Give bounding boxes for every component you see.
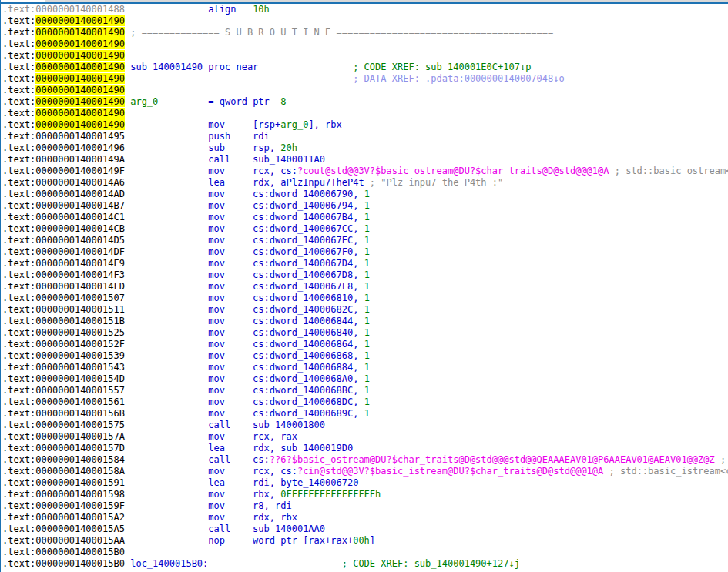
address-text: .text:00000001400014B7 (2, 200, 125, 211)
disasm-line-9[interactable]: .text:0000000140001490 arg_0 = qword ptr… (2, 96, 728, 108)
disasm-line-2[interactable]: .text:0000000140001490 (2, 15, 728, 27)
disasm-line-44[interactable]: .text:000000014000159F mov r8, rdi (2, 500, 728, 512)
code-text: mov cs:dword_1400067CC, (125, 223, 364, 234)
code-text: = qword ptr (158, 96, 270, 107)
address-text: .text:00000001400014FD (2, 281, 125, 292)
code-text: mov cs:dword_140006840, (125, 327, 364, 338)
disasm-line-6[interactable]: .text:0000000140001490 sub_140001490 pro… (2, 62, 728, 73)
address-text: .text:0000000140001543 (2, 362, 125, 373)
disasm-line-27[interactable]: .text:0000000140001511 mov cs:dword_1400… (2, 304, 728, 316)
disasm-line-39[interactable]: .text:000000014000157D lea rdx, sub_1400… (2, 443, 728, 454)
number-or-xref-text: 1 (364, 316, 370, 326)
disasm-line-48[interactable]: .text:00000001400015B0 (2, 547, 728, 558)
disasm-line-4[interactable]: .text:0000000140001490 (2, 38, 728, 50)
disasm-line-19[interactable]: .text:00000001400014C1 mov cs:dword_1400… (2, 212, 728, 223)
disasm-line-21[interactable]: .text:00000001400014D5 mov cs:dword_1400… (2, 235, 728, 246)
code-text: mov cs:dword_1400068BC, (125, 385, 364, 396)
number-or-xref-text: 1 (364, 350, 370, 361)
address-text: .text:00000001400015A2 (2, 512, 125, 523)
disassembly-listing[interactable]: .text:0000000140001488 align 10h.text:00… (1, 4, 728, 572)
disasm-line-41[interactable]: .text:000000014000158A mov rcx, cs:?cin@… (2, 466, 728, 477)
number-or-xref-text: 1 (364, 408, 370, 419)
number-or-xref-text: 1 (364, 269, 370, 280)
number-or-xref-text: 1 (364, 281, 370, 292)
disasm-line-29[interactable]: .text:0000000140001525 mov cs:dword_1400… (2, 327, 728, 339)
dim-or-comment-text: ; std::basic_istream<cha (603, 466, 728, 477)
number-or-xref-text: 0FFFFFFFFFFFFFFFFh (280, 489, 381, 500)
disasm-line-28[interactable]: .text:000000014000151B mov cs:dword_1400… (2, 316, 728, 327)
address-text: .text: (2, 73, 35, 84)
disasm-line-49[interactable]: .text:00000001400015B0 loc_1400015B0: ; … (2, 558, 728, 570)
disasm-line-38[interactable]: .text:000000014000157A mov rcx, rax (2, 431, 728, 443)
code-text: mov cs:dword_1400068A0, (125, 373, 364, 384)
dim-or-comment-text: ; ============== S U B R O U T I N E ===… (125, 27, 553, 38)
number-or-xref-text: arg_0 (125, 96, 158, 107)
address-text: .text: (2, 96, 35, 107)
number-or-xref-text: 1 (364, 246, 370, 257)
number-or-xref-text: 10h (253, 4, 270, 15)
number-or-xref-text: 1 (364, 200, 370, 211)
disasm-line-23[interactable]: .text:00000001400014E9 mov cs:dword_1400… (2, 258, 728, 269)
disasm-line-33[interactable]: .text:000000014000154D mov cs:dword_1400… (2, 373, 728, 385)
disasm-line-12[interactable]: .text:0000000140001495 push rdi (2, 131, 728, 142)
address-text: .text:00000001400014AD (2, 189, 125, 199)
code-text: mov cs:dword_140006868, (125, 350, 364, 361)
disasm-line-22[interactable]: .text:00000001400014DF mov cs:dword_1400… (2, 246, 728, 258)
disasm-line-45[interactable]: .text:00000001400015A2 mov rdx, rbx (2, 512, 728, 523)
address-text: .text:0000000140001591 (2, 477, 125, 488)
disasm-line-30[interactable]: .text:000000014000152F mov cs:dword_1400… (2, 339, 728, 350)
code-text: mov rcx, rax (125, 431, 297, 442)
disasm-line-20[interactable]: .text:00000001400014CB mov cs:dword_1400… (2, 223, 728, 235)
address-highlighted: 0000000140001490 (35, 27, 125, 38)
disasm-line-34[interactable]: .text:0000000140001557 mov cs:dword_1400… (2, 385, 728, 396)
code-text: call sub_140001800 (125, 420, 325, 430)
code-text: mov cs:dword_140006884, (125, 362, 364, 373)
code-text: loc_1400015B0: (125, 558, 208, 569)
disasm-line-40[interactable]: .text:0000000140001584 call cs:??6?$basi… (2, 454, 728, 466)
disasm-line-8[interactable]: .text:0000000140001490 (2, 85, 728, 96)
code-text: mov cs:dword_140006794, (125, 200, 364, 211)
disasm-line-37[interactable]: .text:0000000140001575 call sub_14000180… (2, 420, 728, 431)
code-text: mov cs:dword_1400067B4, (125, 212, 364, 222)
number-or-xref-text: 1 (364, 362, 370, 373)
disasm-line-43[interactable]: .text:0000000140001598 mov rbx, 0FFFFFFF… (2, 489, 728, 500)
disasm-line-14[interactable]: .text:000000014000149A call sub_1400011A… (2, 154, 728, 166)
disasm-line-7[interactable]: .text:0000000140001490 ; DATA XREF: .pda… (2, 73, 728, 85)
address-text: .text:0000000140001495 (2, 131, 125, 142)
address-highlighted: 0000000140001490 (35, 50, 125, 61)
code-text: nop word ptr [rax+rax+ (125, 535, 353, 546)
disasm-line-35[interactable]: .text:0000000140001561 mov cs:dword_1400… (2, 396, 728, 408)
address-text: .text:00000001400015AA (2, 535, 125, 546)
disasm-line-11[interactable]: .text:0000000140001490 mov [rsp+arg_0], … (2, 119, 728, 131)
disasm-line-25[interactable]: .text:00000001400014FD mov cs:dword_1400… (2, 281, 728, 293)
number-or-xref-text: 1 (364, 223, 370, 234)
number-or-xref-text: ; CODE XREF: sub_140001490+127↓j (208, 558, 520, 569)
address-text: .text:000000014000157A (2, 431, 125, 442)
address-text: .text:00000001400014D5 (2, 235, 125, 246)
disasm-line-32[interactable]: .text:0000000140001543 mov cs:dword_1400… (2, 362, 728, 373)
code-text: mov rcx, cs: (125, 466, 297, 477)
address-text: .text:00000001400014CB (2, 223, 125, 234)
disasm-line-1[interactable]: .text:0000000140001488 align 10h (2, 4, 728, 15)
disasm-line-36[interactable]: .text:000000014000156B mov cs:dword_1400… (2, 408, 728, 420)
imported-name: ?cin@std@@3V?$basic_istream@DU?$char_tra… (297, 466, 603, 477)
address-text: .text:000000014000156B (2, 408, 125, 419)
disasm-line-3[interactable]: .text:0000000140001490 ; ============== … (2, 27, 728, 38)
disasm-line-5[interactable]: .text:0000000140001490 (2, 50, 728, 62)
disasm-line-24[interactable]: .text:00000001400014F3 mov cs:dword_1400… (2, 269, 728, 281)
disasm-line-16[interactable]: .text:00000001400014A6 lea rdx, aPlzInpu… (2, 177, 728, 189)
disasm-line-13[interactable]: .text:0000000140001496 sub rsp, 20h (2, 142, 728, 154)
disasm-line-31[interactable]: .text:0000000140001539 mov cs:dword_1400… (2, 350, 728, 362)
disasm-line-18[interactable]: .text:00000001400014B7 mov cs:dword_1400… (2, 200, 728, 212)
address-text: .text:000000014000151B (2, 316, 125, 326)
dim-or-comment-text: ; std::basic_ostream<cha (609, 166, 728, 176)
disasm-line-42[interactable]: .text:0000000140001591 lea rdi, byte_140… (2, 477, 728, 489)
address-highlighted: 0000000140001490 (35, 119, 125, 130)
disasm-line-10[interactable]: .text:0000000140001490 (2, 108, 728, 119)
code-text: mov rcx, cs: (125, 166, 297, 176)
disasm-line-47[interactable]: .text:00000001400015AA nop word ptr [rax… (2, 535, 728, 547)
disasm-line-46[interactable]: .text:00000001400015A5 call sub_140001AA… (2, 523, 728, 535)
disasm-line-15[interactable]: .text:000000014000149F mov rcx, cs:?cout… (2, 166, 728, 177)
disasm-line-17[interactable]: .text:00000001400014AD mov cs:dword_1400… (2, 189, 728, 200)
disasm-line-26[interactable]: .text:0000000140001507 mov cs:dword_1400… (2, 293, 728, 304)
